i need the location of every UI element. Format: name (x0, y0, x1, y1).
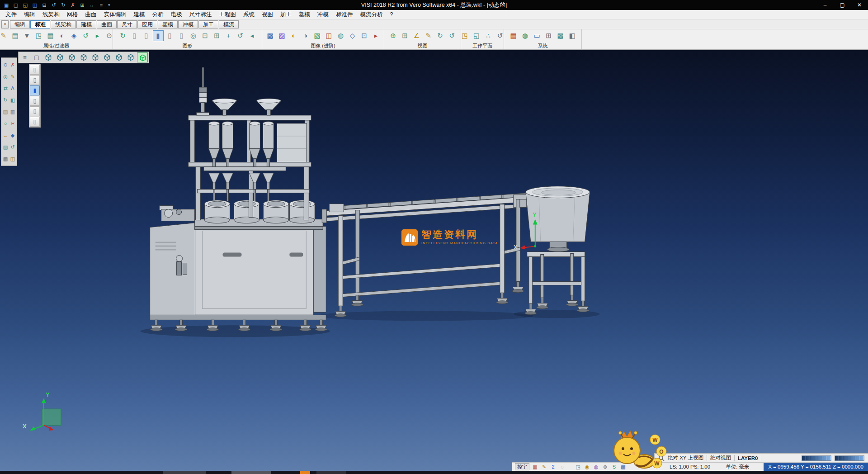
menu-item[interactable]: 分析 (149, 10, 167, 19)
workplane-align-icon[interactable]: ◱ (471, 30, 482, 41)
bottom-view-icon[interactable] (113, 52, 124, 62)
clipboard-tool-icon[interactable]: ◫ (9, 153, 16, 165)
palette-tool-icon[interactable]: ◍ (592, 464, 600, 470)
menu-item[interactable]: 标准件 (332, 10, 357, 19)
workplane-points-icon[interactable]: ∴ (483, 30, 494, 41)
empty-circle-icon[interactable]: ◌ (558, 464, 566, 470)
menu-item[interactable]: ? (387, 10, 397, 19)
taskbar-app-button[interactable] (300, 471, 310, 474)
rotate-view-icon[interactable]: ↺ (235, 30, 246, 41)
iso-view-icon[interactable] (43, 52, 54, 62)
zoom-tool-icon[interactable]: ⊙ (2, 59, 9, 71)
view-mode-wireframe-icon[interactable]: ▯ (30, 65, 40, 75)
system-display-icon[interactable]: ▭ (532, 30, 542, 41)
pan-view-icon[interactable]: + (223, 30, 234, 41)
menu-item[interactable]: 网格 (63, 10, 82, 19)
ribbon-tab[interactable]: 加工 (198, 20, 218, 28)
new-file-icon[interactable]: ▢ (12, 1, 20, 9)
refresh-tool-icon[interactable]: ↺ (9, 141, 16, 153)
perspective-icon[interactable]: ◇ (347, 30, 358, 41)
view-zoom-window-icon[interactable]: ⊞ (400, 30, 410, 41)
ribbon-tab[interactable]: 应用 (137, 20, 157, 28)
front-view-icon[interactable] (66, 52, 77, 62)
color-filter-icon[interactable]: ◐ (57, 30, 68, 41)
selection-filter-icon[interactable]: ◳ (33, 30, 44, 41)
menu-item[interactable]: 系统 (240, 10, 258, 19)
view-list-icon[interactable]: ≡ (19, 52, 30, 62)
filter-funnel-icon[interactable]: ▼ (22, 30, 33, 41)
point-tool-icon[interactable]: ◆ (9, 129, 16, 141)
back-view-icon[interactable] (102, 52, 113, 62)
ghost-mode-icon[interactable]: ▯ (176, 30, 187, 41)
menu-item[interactable]: 加工 (277, 10, 295, 19)
menu-item[interactable]: 视图 (258, 10, 277, 19)
delete-tool-icon[interactable]: ✗ (9, 59, 16, 71)
view-mode-label[interactable]: 绝对视图 (710, 455, 731, 461)
layers-tool-icon[interactable]: ▤ (2, 106, 9, 118)
system-snap-icon[interactable]: ⊞ (543, 30, 554, 41)
menu-item[interactable]: 文件 (2, 10, 20, 19)
grid-icon[interactable]: ⊞ (78, 1, 86, 9)
menu-item[interactable]: 塑模 (295, 10, 314, 19)
taskbar-app-button[interactable] (316, 471, 346, 474)
snapshot-icon[interactable]: ⊡ (359, 30, 370, 41)
ribbon-tab[interactable]: 标准 (30, 20, 50, 28)
reset-filter-icon[interactable]: ↺ (80, 30, 91, 41)
view-mode-hidden-icon[interactable]: ▯ (30, 75, 40, 85)
view-mode-shaded-icon[interactable]: ▮ (30, 85, 40, 95)
shadows-icon[interactable]: ◑ (300, 30, 311, 41)
shaded-display-icon[interactable] (137, 52, 148, 62)
system-colors-icon[interactable]: ▦ (508, 30, 519, 41)
hand-tool-icon[interactable]: ◉ (583, 464, 591, 470)
snap-grid-icon[interactable]: ▦ (531, 464, 539, 470)
view-refresh-icon[interactable]: ↻ (435, 30, 446, 41)
dynamic-view-icon[interactable]: ◎ (188, 30, 199, 41)
settings-icon[interactable]: ≡ (97, 1, 105, 9)
ribbon-tab[interactable]: 尺寸 (117, 20, 137, 28)
edit-tool-icon[interactable]: ✎ (9, 71, 16, 82)
viewport-3d[interactable]: ≡▢ ⊙✗◎✎⇄A↻◧▤▥○✂↔◆▨↺▩◫ ▯▯▮▯▯▯ 智造资料网 INTEL… (0, 50, 868, 471)
animation-icon[interactable]: ▸ (371, 30, 382, 41)
cube-tool-icon[interactable]: ◳ (574, 464, 582, 470)
rotate-tool-icon[interactable]: ↻ (2, 94, 9, 106)
redraw-icon[interactable]: ↻ (118, 30, 128, 41)
redo-icon[interactable]: ↻ (59, 1, 67, 9)
axon-view-icon[interactable] (125, 52, 136, 62)
units-label[interactable]: 单位: 毫米 (726, 464, 749, 470)
system-grid-icon[interactable]: ▩ (555, 30, 566, 41)
hatch-tool-icon[interactable]: ▨ (2, 141, 9, 153)
menu-item[interactable]: 线架构 (39, 10, 63, 19)
zoom-window-icon[interactable]: ⊞ (212, 30, 222, 41)
maximize-button[interactable]: ▢ (834, 0, 851, 10)
snap-toggle[interactable]: 控宇 (515, 463, 529, 470)
lights-icon[interactable]: ◐ (288, 30, 299, 41)
app-icon[interactable]: ▣ (2, 1, 10, 9)
text-tool-icon[interactable]: A (9, 82, 16, 94)
notes-tool-icon[interactable]: ▥ (9, 106, 16, 118)
view-zoom-all-icon[interactable]: ⊕ (388, 30, 399, 41)
filling-machine-model[interactable] (150, 67, 327, 331)
mod-attributes-icon[interactable]: ✎ (0, 30, 9, 41)
section-view-icon[interactable]: ◫ (324, 30, 335, 41)
ribbon-tab[interactable]: 曲面 (97, 20, 117, 28)
transparency-icon[interactable]: ◍ (335, 30, 346, 41)
delete-icon[interactable]: ✗ (69, 1, 77, 9)
menu-item[interactable]: 实体编辑 (100, 10, 130, 19)
view-orientation-label[interactable]: 绝对 XY 上视图 (668, 455, 703, 461)
taskbar-app-button[interactable] (163, 471, 206, 474)
view-plain-icon[interactable]: ▢ (31, 52, 42, 62)
tab-dropdown-button[interactable]: ▾ (1, 20, 9, 28)
menu-item[interactable]: 建模 (130, 10, 149, 19)
system-options-icon[interactable]: ◧ (567, 30, 578, 41)
rendered-mode-icon[interactable]: ▯ (165, 30, 175, 41)
view-annotate-icon[interactable]: ✎ (423, 30, 434, 41)
menu-item[interactable]: 模流分析 (357, 10, 387, 19)
right-view-icon[interactable] (78, 52, 89, 62)
zoom-fit-icon[interactable]: ⊡ (200, 30, 211, 41)
active-layer-label[interactable]: LAYER0 (738, 455, 758, 461)
menu-item[interactable]: 电极 (167, 10, 186, 19)
hidden-line-mode-icon[interactable]: ▯ (141, 30, 152, 41)
ribbon-tab[interactable]: 模流 (219, 20, 239, 28)
measure-icon[interactable]: ↔ (88, 1, 96, 9)
menu-item[interactable]: 尺寸标注 (186, 10, 216, 19)
